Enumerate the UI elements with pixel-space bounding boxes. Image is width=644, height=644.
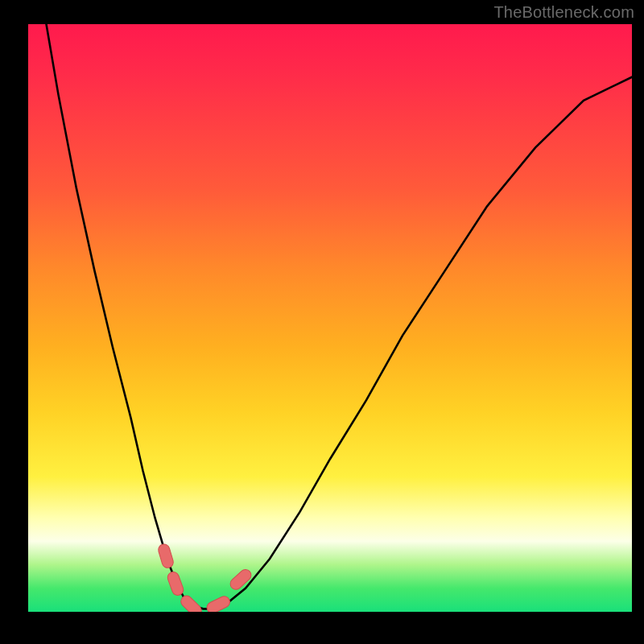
marker-left-upper (157, 543, 175, 569)
plot-area (28, 24, 632, 612)
marker-left-lower (166, 570, 184, 597)
bottleneck-curve-svg (28, 24, 632, 612)
marker-bottom-right (205, 594, 232, 612)
bottleneck-curve (47, 24, 633, 609)
chart-frame: TheBottleneck.com (0, 0, 644, 644)
marker-right-upper (228, 568, 254, 592)
curve-markers (157, 543, 254, 612)
watermark-text: TheBottleneck.com (493, 3, 634, 22)
